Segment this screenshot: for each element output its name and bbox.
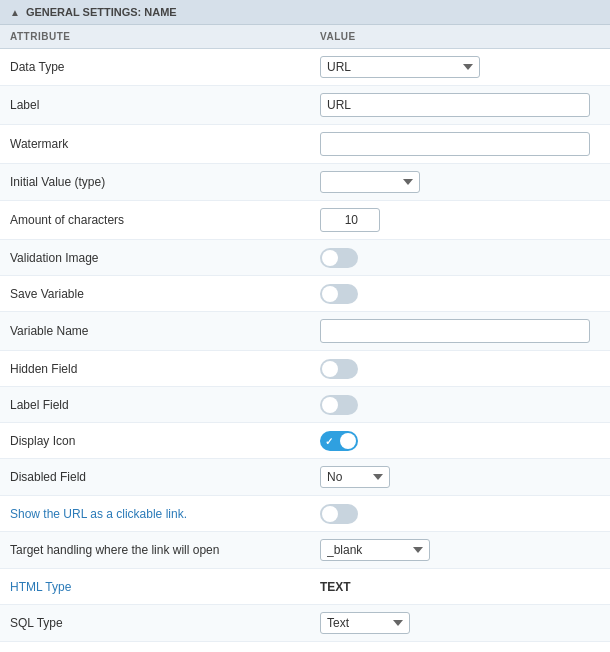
row-target-handling: Target handling where the link will open…	[0, 532, 610, 569]
select-sql-type[interactable]: TextVARCHARINT	[320, 612, 410, 634]
value-col-header: VALUE	[320, 31, 600, 42]
attribute-col-header: ATTRIBUTE	[10, 31, 320, 42]
select-target-handling[interactable]: _blank_self_parent_top	[320, 539, 430, 561]
label-initial-value: Initial Value (type)	[10, 175, 320, 189]
toggle-show-url[interactable]	[320, 504, 358, 524]
row-data-type: Data TypeURLTextNumberEmail	[0, 49, 610, 86]
label-display-icon: Display Icon	[10, 434, 320, 448]
label-label-field: Label Field	[10, 398, 320, 412]
value-validation-image	[320, 248, 600, 268]
label-sql-type: SQL Type	[10, 616, 320, 630]
row-sql-type: SQL TypeTextVARCHARINT	[0, 605, 610, 642]
input-variable-name[interactable]	[320, 319, 590, 343]
section-title: GENERAL SETTINGS: NAME	[26, 6, 177, 18]
value-show-url	[320, 504, 600, 524]
collapse-arrow[interactable]: ▲	[10, 7, 20, 18]
label-save-variable: Save Variable	[10, 287, 320, 301]
value-save-variable	[320, 284, 600, 304]
value-label-field	[320, 395, 600, 415]
value-disabled-field: NoYes	[320, 466, 600, 488]
label-watermark: Watermark	[10, 137, 320, 151]
static-html-type: TEXT	[320, 580, 351, 594]
row-hidden-field: Hidden Field	[0, 351, 610, 387]
rows-container: Data TypeURLTextNumberEmailLabelWatermar…	[0, 49, 610, 642]
section-header: ▲ GENERAL SETTINGS: NAME	[0, 0, 610, 25]
value-amount-chars	[320, 208, 600, 232]
row-disabled-field: Disabled FieldNoYes	[0, 459, 610, 496]
row-initial-value: Initial Value (type)StaticDynamic	[0, 164, 610, 201]
column-headers: ATTRIBUTE VALUE	[0, 25, 610, 49]
value-html-type: TEXT	[320, 580, 600, 594]
row-variable-name: Variable Name	[0, 312, 610, 351]
input-amount-chars[interactable]	[320, 208, 380, 232]
row-show-url: Show the URL as a clickable link.	[0, 496, 610, 532]
label-hidden-field: Hidden Field	[10, 362, 320, 376]
label-disabled-field: Disabled Field	[10, 470, 320, 484]
value-target-handling: _blank_self_parent_top	[320, 539, 600, 561]
row-label-field: Label Field	[0, 387, 610, 423]
input-watermark[interactable]	[320, 132, 590, 156]
label-target-handling: Target handling where the link will open	[10, 543, 320, 557]
row-validation-image: Validation Image	[0, 240, 610, 276]
label-label: Label	[10, 98, 320, 112]
toggle-save-variable[interactable]	[320, 284, 358, 304]
select-data-type[interactable]: URLTextNumberEmail	[320, 56, 480, 78]
select-disabled-field[interactable]: NoYes	[320, 466, 390, 488]
value-label	[320, 93, 600, 117]
label-show-url: Show the URL as a clickable link.	[10, 507, 320, 521]
label-html-type: HTML Type	[10, 580, 320, 594]
row-label: Label	[0, 86, 610, 125]
toggle-label-field[interactable]	[320, 395, 358, 415]
label-data-type: Data Type	[10, 60, 320, 74]
value-hidden-field	[320, 359, 600, 379]
value-watermark	[320, 132, 600, 156]
label-amount-chars: Amount of characters	[10, 213, 320, 227]
row-display-icon: Display Icon✓	[0, 423, 610, 459]
label-validation-image: Validation Image	[10, 251, 320, 265]
select-initial-value[interactable]: StaticDynamic	[320, 171, 420, 193]
row-html-type: HTML TypeTEXT	[0, 569, 610, 605]
input-label[interactable]	[320, 93, 590, 117]
value-variable-name	[320, 319, 600, 343]
value-sql-type: TextVARCHARINT	[320, 612, 600, 634]
value-initial-value: StaticDynamic	[320, 171, 600, 193]
label-variable-name: Variable Name	[10, 324, 320, 338]
value-display-icon: ✓	[320, 431, 600, 451]
row-save-variable: Save Variable	[0, 276, 610, 312]
row-amount-chars: Amount of characters	[0, 201, 610, 240]
row-watermark: Watermark	[0, 125, 610, 164]
toggle-validation-image[interactable]	[320, 248, 358, 268]
toggle-display-icon[interactable]: ✓	[320, 431, 358, 451]
toggle-hidden-field[interactable]	[320, 359, 358, 379]
value-data-type: URLTextNumberEmail	[320, 56, 600, 78]
